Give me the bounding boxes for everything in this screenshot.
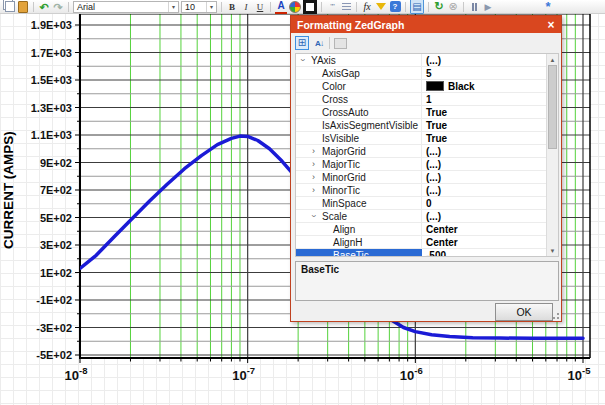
- property-row[interactable]: ColorBlack: [296, 80, 546, 93]
- svg-text:1.5E+03: 1.5E+03: [31, 74, 72, 86]
- svg-text:1.1E+03: 1.1E+03: [31, 129, 72, 141]
- property-value: 0: [426, 198, 432, 209]
- sort-az-icon: A↓: [315, 39, 323, 48]
- font-color-button[interactable]: A: [275, 0, 287, 14]
- property-row[interactable]: CrossAutoTrue: [296, 106, 546, 119]
- property-row[interactable]: Cross1: [296, 93, 546, 106]
- function-button[interactable]: fx: [361, 1, 373, 13]
- toolbar-separator: [321, 2, 322, 12]
- property-name: MajorTic: [322, 159, 360, 170]
- toolbar-separator: [463, 2, 464, 12]
- property-row[interactable]: IsAxisSegmentVisibleTrue: [296, 119, 546, 132]
- pause-icon: [472, 3, 477, 11]
- border-color-button[interactable]: [303, 1, 317, 13]
- lines-icon: [342, 3, 351, 11]
- property-value: (...): [426, 146, 441, 157]
- app-window: 1.9E+031.7E+031.5E+031.3E+031.1E+039E+02…: [0, 0, 605, 405]
- property-name: Color: [322, 81, 346, 92]
- toolbar-separator: [405, 2, 406, 12]
- property-name: MinorGrid: [322, 172, 366, 183]
- categorized-icon: ⊞: [298, 38, 306, 48]
- quotes-button[interactable]: "": [326, 1, 338, 13]
- property-row[interactable]: ›MinorTic(...): [296, 184, 546, 197]
- font-family-combo[interactable]: Arial ▾: [73, 1, 179, 13]
- properties-panel-toggle[interactable]: ▤: [410, 0, 424, 14]
- expander-icon[interactable]: ›: [309, 158, 318, 170]
- property-name: AlignH: [333, 237, 362, 248]
- close-icon[interactable]: ×: [541, 18, 561, 32]
- property-row[interactable]: ›Scale(...): [296, 210, 546, 223]
- categorized-view-button[interactable]: ⊞: [295, 36, 309, 50]
- expander-icon[interactable]: ›: [308, 212, 320, 221]
- italic-button[interactable]: I: [240, 1, 252, 13]
- filter-button[interactable]: [375, 1, 387, 13]
- property-value: True: [426, 120, 447, 131]
- property-row[interactable]: ›MajorTic(...): [296, 158, 546, 171]
- chevron-down-icon[interactable]: ▾: [168, 2, 178, 12]
- property-name: MinorTic: [322, 185, 360, 196]
- alphabetical-sort-button[interactable]: A↓: [312, 36, 326, 50]
- property-value: (...): [426, 211, 441, 222]
- svg-text:10-7: 10-7: [232, 365, 255, 383]
- help-button[interactable]: ?: [389, 1, 401, 13]
- play-button[interactable]: ▶: [482, 1, 494, 13]
- paste-icon: [18, 1, 28, 13]
- font-size-value: 10: [182, 2, 206, 12]
- property-row[interactable]: AxisGap5: [296, 67, 546, 80]
- property-value: Center: [426, 224, 458, 235]
- property-row[interactable]: ›MinorGrid(...): [296, 171, 546, 184]
- palette-icon: [289, 1, 301, 13]
- marker-button[interactable]: *: [542, 1, 554, 13]
- ok-button[interactable]: OK: [495, 303, 553, 321]
- main-toolbar: ↶ ↷ Arial ▾ 10 ▾ B I U A "" fx ? ▤ ↻ ⊗ ▶: [0, 0, 605, 14]
- undo-button[interactable]: ↶: [38, 1, 50, 13]
- svg-text:-3E+02: -3E+02: [36, 322, 72, 334]
- redo-button[interactable]: ↷: [52, 1, 64, 13]
- scroll-down-icon[interactable]: ▼: [547, 245, 558, 256]
- property-name: YAxis: [311, 55, 336, 66]
- chevron-down-icon[interactable]: ▾: [206, 2, 216, 12]
- font-size-combo[interactable]: 10 ▾: [181, 1, 217, 13]
- expander-icon[interactable]: ›: [309, 145, 318, 157]
- bold-button[interactable]: B: [226, 1, 238, 13]
- toolbar-separator: [221, 2, 222, 12]
- property-pages-button: [333, 36, 347, 50]
- property-value: Center: [426, 237, 458, 248]
- svg-text:10-5: 10-5: [568, 365, 592, 383]
- svg-text:9E+02: 9E+02: [40, 157, 72, 169]
- expander-icon[interactable]: ›: [309, 184, 318, 196]
- copy-button[interactable]: [2, 1, 15, 13]
- dialog-titlebar[interactable]: Formatting ZedGraph ×: [291, 16, 561, 33]
- property-row[interactable]: AlignCenter: [296, 223, 546, 236]
- align-lines-button[interactable]: [340, 1, 352, 13]
- refresh-button[interactable]: ↻: [433, 1, 445, 13]
- property-value: (...): [426, 159, 441, 170]
- svg-text:10-8: 10-8: [65, 365, 88, 383]
- paste-button[interactable]: [17, 1, 29, 13]
- panel-icon: ▤: [412, 2, 421, 12]
- scroll-up-icon[interactable]: ▲: [547, 54, 558, 65]
- palette-button[interactable]: [289, 1, 301, 13]
- property-grid-scrollbar[interactable]: ▲ ▼: [546, 54, 558, 256]
- property-row[interactable]: ›YAxis(...): [296, 54, 546, 67]
- property-name: Align: [333, 224, 355, 235]
- property-name: IsAxisSegmentVisible: [322, 120, 418, 131]
- expander-icon[interactable]: ›: [309, 171, 318, 183]
- property-row[interactable]: MinSpace0: [296, 197, 546, 210]
- expander-icon[interactable]: ›: [297, 56, 309, 65]
- toolbar-separator: [33, 2, 34, 12]
- property-row[interactable]: BaseTic-500: [296, 249, 546, 257]
- property-row[interactable]: IsVisibleTrue: [296, 132, 546, 145]
- scrollbar-thumb[interactable]: [548, 65, 557, 149]
- svg-text:3E+02: 3E+02: [40, 239, 72, 251]
- property-row[interactable]: AlignHCenter: [296, 236, 546, 249]
- resize-grip[interactable]: [551, 311, 559, 319]
- property-row[interactable]: ›MajorGrid(...): [296, 145, 546, 158]
- underline-button[interactable]: U: [254, 1, 266, 13]
- stop-button[interactable]: ⊗: [447, 1, 459, 13]
- svg-text:1.3E+03: 1.3E+03: [31, 102, 72, 114]
- pause-button[interactable]: [468, 1, 480, 13]
- svg-text:1.9E+03: 1.9E+03: [31, 19, 72, 31]
- font-family-value: Arial: [74, 2, 168, 12]
- svg-text:5E+02: 5E+02: [40, 212, 72, 224]
